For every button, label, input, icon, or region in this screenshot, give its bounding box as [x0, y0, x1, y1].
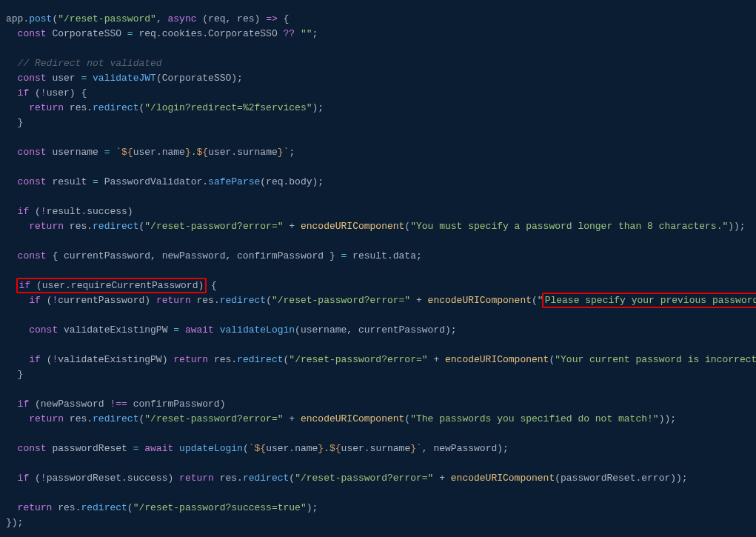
code-block: app.post("/reset-password", async (req, … — [0, 0, 756, 536]
highlight-condition: if (user.requireCurrentPassword) — [16, 278, 207, 293]
highlight-message: Please specify your previous password. — [542, 293, 756, 308]
